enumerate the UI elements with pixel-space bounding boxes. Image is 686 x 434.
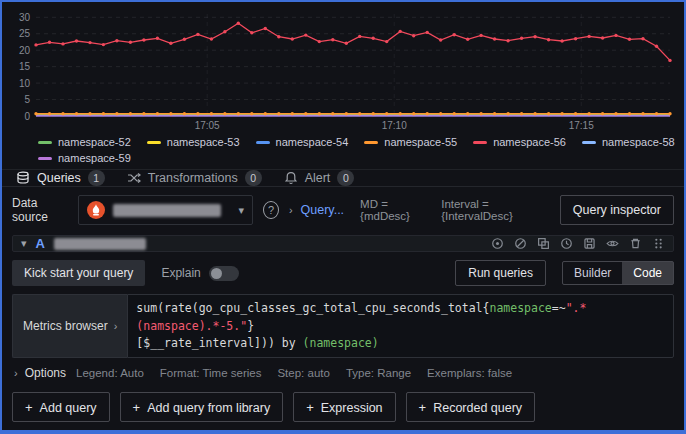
plus-icon: + <box>133 400 141 415</box>
legend-item-namespace-53[interactable]: namespace-53 <box>147 136 240 148</box>
chevron-right-icon: › <box>289 204 293 216</box>
tab-alert[interactable]: Alert 0 <box>284 170 355 186</box>
series-color-marker <box>364 141 378 144</box>
queries-icon <box>16 171 30 185</box>
legend-label: namespace-55 <box>384 136 457 148</box>
timeseries-chart[interactable]: 05101520253017:0517:1017:15 <box>6 6 676 134</box>
tab-transformations[interactable]: Transformations 0 <box>127 170 262 186</box>
svg-text:17:15: 17:15 <box>569 120 594 131</box>
add-query-from-library-button[interactable]: +Add query from library <box>120 392 284 422</box>
option-summary-item: Format: Time series <box>160 367 262 379</box>
tab-badge: 0 <box>337 170 354 186</box>
code-line: sum(rate(go_cpu_classes_gc_total_cpu_sec… <box>136 300 665 335</box>
explain-control: Explain <box>161 266 238 281</box>
tab-label: Transformations <box>148 171 238 185</box>
query-inspector-button[interactable]: Query inspector <box>560 195 674 225</box>
tab-badge: 1 <box>88 170 105 186</box>
option-summary-item: Step: auto <box>277 367 329 379</box>
plus-icon: + <box>419 400 427 415</box>
series-color-marker <box>38 157 52 160</box>
code-token-plain: [$__rate_interval])) by <box>136 336 302 350</box>
hide-response-icon[interactable] <box>606 237 619 250</box>
plus-icon: + <box>306 400 314 415</box>
drag-handle-icon[interactable] <box>652 237 665 250</box>
code-mode-button[interactable]: Code <box>622 262 673 284</box>
panel-editor: 05101520253017:0517:1017:15 namespace-52… <box>0 0 686 434</box>
series-color-marker <box>582 141 596 144</box>
query-row-header[interactable]: ▾ A <box>12 235 674 252</box>
chevron-right-icon: › <box>14 367 18 379</box>
save-icon[interactable] <box>583 237 596 250</box>
svg-text:17:05: 17:05 <box>195 120 220 131</box>
series-color-marker <box>256 141 270 144</box>
svg-text:0: 0 <box>24 111 30 122</box>
redacted-query-name <box>54 238 146 250</box>
legend-item-namespace-55[interactable]: namespace-55 <box>364 136 457 148</box>
series-color-marker <box>147 141 161 144</box>
button-label: Add query <box>40 401 97 415</box>
chevron-down-icon: ▾ <box>239 204 245 217</box>
max-data-points-text: MD = {mdDesc} <box>360 198 425 222</box>
query-row-actions <box>491 237 665 250</box>
svg-text:25: 25 <box>19 28 31 39</box>
datasource-label: Data source <box>12 196 68 224</box>
interval-text: Interval = {IntervalDesc} <box>441 198 540 222</box>
recorded-query-button[interactable]: +Recorded query <box>406 392 536 422</box>
explain-label: Explain <box>161 266 200 280</box>
query-toolbar: Kick start your query Explain Run querie… <box>12 260 674 286</box>
remove-query-icon[interactable] <box>629 237 642 250</box>
svg-text:17:10: 17:10 <box>382 120 407 131</box>
option-summary-item: Type: Range <box>346 367 411 379</box>
collapse-chevron-icon[interactable]: ▾ <box>21 237 27 250</box>
tab-queries[interactable]: Queries 1 <box>16 170 105 186</box>
code-token-plain: =~ <box>552 301 566 315</box>
legend-item-namespace-56[interactable]: namespace-56 <box>473 136 566 148</box>
query-history-icon[interactable] <box>560 237 573 250</box>
alert-bell-icon <box>284 171 298 185</box>
promql-code-editor[interactable]: sum(rate(go_cpu_classes_gc_total_cpu_sec… <box>127 294 674 358</box>
svg-text:15: 15 <box>19 61 31 72</box>
legend-label: namespace-58 <box>602 136 675 148</box>
explain-toggle[interactable] <box>209 266 239 281</box>
add-query-button[interactable]: +Add query <box>12 392 110 422</box>
disable-query-icon[interactable] <box>514 237 527 250</box>
tab-label: Queries <box>37 171 81 185</box>
svg-text:30: 30 <box>19 12 31 23</box>
query-refid: A <box>36 236 45 251</box>
query-options-row: › Options Legend: AutoFormat: Time serie… <box>14 366 674 380</box>
series-color-marker <box>473 141 487 144</box>
option-summary-item: Exemplars: false <box>427 367 512 379</box>
editor-mode-switch: Builder Code <box>562 261 674 285</box>
svg-text:5: 5 <box>24 94 30 105</box>
options-summary: Legend: AutoFormat: Time seriesStep: aut… <box>76 367 512 379</box>
builder-mode-button[interactable]: Builder <box>563 262 622 284</box>
prometheus-icon <box>87 201 105 219</box>
duplicate-query-icon[interactable] <box>537 237 550 250</box>
legend-item-namespace-58[interactable]: namespace-58 <box>582 136 675 148</box>
editor-tab-bar: Queries 1 Transformations 0 Alert 0 <box>2 169 684 187</box>
kick-start-query-button[interactable]: Kick start your query <box>12 260 145 286</box>
legend-item-namespace-59[interactable]: namespace-59 <box>38 152 131 164</box>
code-token-plain: sum(rate(go_cpu_classes_gc_total_cpu_sec… <box>136 301 489 315</box>
query-options-toggle[interactable]: › Query... MD = {mdDesc} Interval = {Int… <box>289 198 540 222</box>
query-options-link: Query... <box>301 203 345 217</box>
record-icon[interactable] <box>491 237 504 250</box>
transformations-icon <box>127 171 141 185</box>
options-toggle[interactable]: › Options <box>14 366 66 380</box>
chevron-right-icon: › <box>114 320 118 332</box>
expression-button[interactable]: +Expression <box>293 392 395 422</box>
button-label: Expression <box>321 401 383 415</box>
metrics-browser-button[interactable]: Metrics browser › <box>12 294 127 358</box>
datasource-picker[interactable]: ▾ <box>78 195 253 225</box>
legend-label: namespace-54 <box>276 136 349 148</box>
code-token-plain: } <box>247 319 254 333</box>
legend-item-namespace-52[interactable]: namespace-52 <box>38 136 131 148</box>
option-summary-item: Legend: Auto <box>76 367 144 379</box>
datasource-help-button[interactable]: ? <box>263 201 279 219</box>
promql-editor-row: Metrics browser › sum(rate(go_cpu_classe… <box>12 294 674 358</box>
run-queries-button[interactable]: Run queries <box>455 260 546 286</box>
legend-item-namespace-54[interactable]: namespace-54 <box>256 136 349 148</box>
button-label: Add query from library <box>147 401 270 415</box>
redacted-datasource-name <box>113 204 221 217</box>
metrics-browser-label: Metrics browser <box>23 319 108 333</box>
